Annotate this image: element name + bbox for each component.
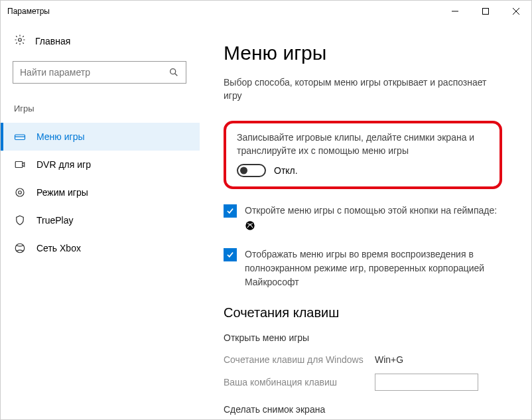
sidebar-item-label: Сеть Xbox: [36, 243, 81, 253]
titlebar: Параметры: [1, 1, 531, 22]
user-shortcut-label: Ваша комбинация клавиш: [224, 377, 367, 387]
trueplay-icon: [14, 214, 26, 226]
home-link[interactable]: Главная: [13, 34, 200, 48]
svg-point-10: [16, 188, 24, 196]
sidebar-item-trueplay[interactable]: TruePlay: [1, 206, 200, 234]
sidebar-item-dvr[interactable]: DVR для игр: [1, 151, 200, 178]
home-label: Главная: [35, 36, 70, 46]
toggle-description: Записывайте игровые клипы, делайте снимк…: [237, 131, 489, 157]
svg-point-11: [19, 191, 22, 194]
sidebar-item-label: TruePlay: [36, 215, 74, 226]
xbox-button-icon: [245, 220, 255, 231]
fullscreen-checkbox-label: Отображать меню игры во время воспроизве…: [245, 247, 502, 289]
page-title: Меню игры: [224, 42, 511, 64]
svg-rect-9: [15, 162, 23, 168]
windows-shortcut-label: Сочетание клавиш для Windows: [224, 354, 367, 365]
gamemode-icon: [14, 186, 26, 198]
search-input[interactable]: [13, 61, 186, 84]
svg-point-4: [19, 38, 22, 42]
shortcut-open-gamebar: Открыть меню игры Сочетание клавиш для W…: [224, 332, 511, 393]
open-with-controller-row: Откройте меню игры с помощью этой кнопки…: [224, 204, 502, 232]
gamebar-toggle[interactable]: [237, 164, 266, 177]
gear-icon: [14, 34, 26, 48]
sidebar-item-gamebar[interactable]: Меню игры: [1, 123, 200, 151]
minimize-button[interactable]: [440, 1, 470, 22]
shortcuts-heading: Сочетания клавиш: [224, 305, 511, 320]
controller-checkbox-label: Откройте меню игры с помощью этой кнопки…: [245, 204, 502, 232]
toggle-knob: [240, 167, 247, 175]
user-shortcut-input[interactable]: [375, 374, 478, 391]
toggle-state-label: Откл.: [274, 165, 298, 176]
main-content: Меню игры Выбор способа, которым меню иг…: [200, 22, 531, 419]
xbox-network-icon: [14, 242, 26, 254]
sidebar: Главная Игры Меню игры DVR для игр: [1, 22, 200, 419]
controller-checkbox[interactable]: [224, 204, 237, 218]
dvr-icon: [14, 159, 26, 171]
sidebar-item-label: DVR для игр: [36, 159, 91, 170]
highlight-box: Записывайте игровые клипы, делайте снимк…: [224, 121, 502, 189]
close-button[interactable]: [501, 1, 531, 22]
shortcut-screenshot: Сделать снимок экрана Сочетание клавиш д…: [224, 404, 511, 419]
page-subtitle: Выбор способа, которым меню игры открыва…: [224, 76, 502, 102]
svg-point-13: [245, 221, 254, 230]
svg-point-5: [170, 69, 176, 74]
svg-line-6: [175, 74, 178, 76]
maximize-button[interactable]: [470, 1, 501, 22]
gamebar-icon: [14, 131, 26, 143]
shortcut-title: Сделать снимок экрана: [224, 404, 511, 415]
svg-rect-1: [483, 9, 489, 15]
fullscreen-checkbox[interactable]: [224, 248, 237, 261]
search-icon: [168, 67, 179, 78]
svg-rect-7: [15, 135, 25, 140]
search-field[interactable]: [20, 67, 168, 78]
sidebar-item-label: Меню игры: [36, 131, 85, 142]
fullscreen-check-row: Отображать меню игры во время воспроизве…: [224, 247, 502, 289]
category-header: Игры: [13, 104, 200, 113]
sidebar-item-label: Режим игры: [36, 187, 88, 198]
sidebar-item-gamemode[interactable]: Режим игры: [1, 178, 200, 206]
windows-shortcut-value: Win+G: [375, 354, 403, 365]
shortcut-title: Открыть меню игры: [224, 332, 511, 343]
window-title: Параметры: [7, 7, 50, 16]
sidebar-item-xbox[interactable]: Сеть Xbox: [1, 234, 200, 262]
